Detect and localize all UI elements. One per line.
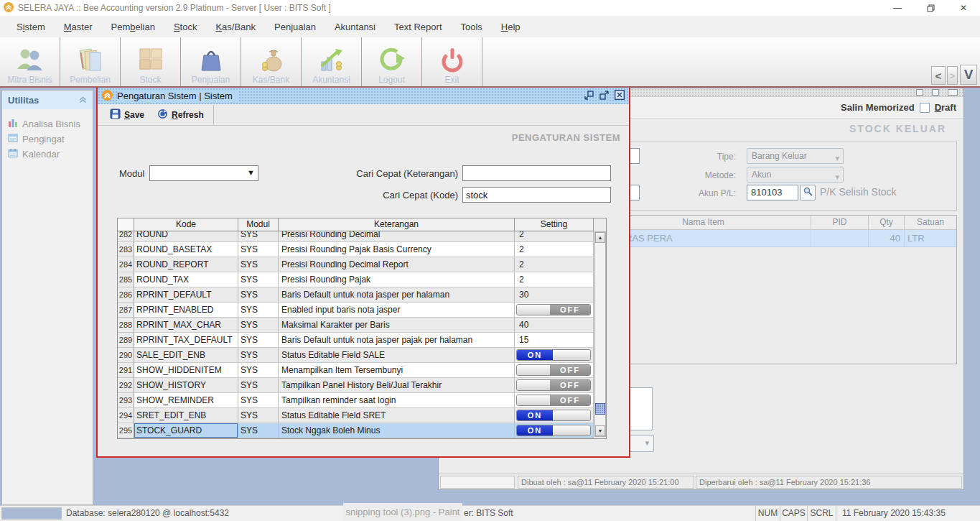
settings-row-287[interactable]: 287RPRINT_ENABLEDSYSEnabled input baris … (118, 303, 594, 318)
setting-value-cell[interactable]: OFF (515, 393, 594, 408)
close-button[interactable]: ✕ (947, 0, 980, 16)
setting-kode-cell[interactable]: RPRINT_TAX_DEFAULT (134, 333, 238, 348)
toggle-off[interactable]: OFF (516, 395, 591, 406)
setting-kode-cell[interactable]: RPRINT_MAX_CHAR (134, 318, 238, 333)
refresh-button[interactable]: Refresh (151, 106, 210, 124)
tipe-combo[interactable]: Barang Keluar▾ (747, 148, 844, 164)
setting-value-cell[interactable]: OFF (515, 363, 594, 378)
settings-row-282[interactable]: 282ROUNDSYSPresisi Rounding Decimal2 (118, 231, 594, 242)
toolbar-button-akuntansi[interactable]: Akuntansi (302, 37, 362, 86)
sidebar-item-pengingat[interactable]: Pengingat (2, 132, 93, 147)
toggle-off[interactable]: OFF (516, 379, 591, 391)
settings-row-292[interactable]: 292SHOW_HISTORYSYSTampilkan Panel Histor… (118, 378, 594, 393)
setting-kode-cell[interactable]: ROUND_BASETAX (134, 242, 238, 257)
setting-kode-cell[interactable]: STOCK_GUARD (134, 423, 238, 438)
nav-back-button[interactable]: < (931, 66, 946, 85)
menu-item-text-report[interactable]: Text Report (385, 22, 451, 32)
settings-row-289[interactable]: 289RPRINT_TAX_DEFAULTSYSBaris Default un… (118, 333, 594, 348)
setting-kode-cell[interactable]: SHOW_REMINDER (134, 393, 238, 408)
settings-row-294[interactable]: 294SRET_EDIT_ENBSYSStatus Editable Field… (118, 408, 594, 423)
modul-combo[interactable]: ▼ (149, 165, 258, 181)
toggle-on[interactable]: ON (516, 425, 591, 436)
toolbar-button-kas-bank[interactable]: Kas/Bank (241, 37, 302, 86)
setting-kode-cell[interactable]: SRET_EDIT_ENB (134, 408, 238, 423)
settings-row-290[interactable]: 290SALE_EDIT_ENBSYSStatus Editable Field… (118, 348, 594, 363)
dialog-detach-icon[interactable] (584, 91, 594, 102)
menu-item-akuntansi[interactable]: Akuntansi (325, 22, 385, 32)
setting-kode-cell[interactable]: SHOW_HIDDENITEM (134, 363, 238, 378)
setting-kode-cell[interactable]: RPRINT_DEFAULT (134, 287, 238, 303)
setting-kode-cell[interactable]: SALE_EDIT_ENB (134, 348, 238, 363)
toolbar-button-pembelian[interactable]: Pembelian (60, 37, 121, 86)
setting-value-cell[interactable]: 2 (515, 257, 594, 272)
setting-value-cell[interactable]: ON (515, 423, 594, 438)
collapse-chevron-icon[interactable] (79, 95, 87, 106)
setting-value-cell[interactable]: 30 (515, 287, 594, 303)
setting-value-cell[interactable]: 2 (515, 231, 594, 242)
scroll-up-button[interactable]: ▲ (595, 232, 605, 243)
sidebar-item-analisa-bisnis[interactable]: Analisa Bisnis (2, 116, 93, 132)
child-minimize-icon[interactable] (916, 89, 923, 96)
dialog-maximize-icon[interactable] (599, 91, 609, 102)
settings-row-284[interactable]: 284ROUND_REPORTSYSPresisi Rounding Decim… (118, 257, 594, 272)
setting-value-cell[interactable]: ON (515, 408, 594, 423)
vertical-scrollbar[interactable]: ▲ ▼ (594, 231, 606, 437)
draft-checkbox[interactable] (920, 103, 930, 113)
akun-lookup-button[interactable] (800, 185, 816, 200)
setting-kode-cell[interactable]: SHOW_HISTORY (134, 378, 238, 393)
child-restore-icon[interactable] (932, 89, 939, 96)
menu-item-tools[interactable]: Tools (452, 22, 492, 32)
menu-item-pembelian[interactable]: Pembelian (101, 22, 164, 32)
scrollbar-thumb[interactable] (595, 403, 605, 415)
toggle-on[interactable]: ON (516, 410, 591, 421)
menu-item-sistem[interactable]: Sistem (7, 22, 55, 32)
setting-value-cell[interactable]: 2 (515, 272, 594, 287)
child-maximize-icon[interactable] (948, 89, 958, 96)
setting-kode-cell[interactable]: ROUND (134, 231, 238, 242)
column-header-rownum[interactable] (118, 218, 134, 231)
settings-row-283[interactable]: 283ROUND_BASETAXSYSPresisi Rounding Paja… (118, 242, 594, 257)
toolbar-button-exit[interactable]: Exit (422, 37, 482, 86)
settings-row-293[interactable]: 293SHOW_REMINDERSYSTampilkan reminder sa… (118, 393, 594, 408)
setting-value-cell[interactable]: OFF (515, 378, 594, 393)
toolbar-button-stock[interactable]: Stock (121, 37, 181, 86)
akun-pl-input[interactable]: 810103 (747, 185, 798, 200)
column-header-modul[interactable]: Modul (238, 218, 279, 231)
setting-kode-cell[interactable]: ROUND_REPORT (134, 257, 238, 272)
nav-forward-button[interactable]: > (947, 66, 958, 85)
dialog-close-icon[interactable] (615, 90, 625, 102)
setting-kode-cell[interactable]: RPRINT_ENABLED (134, 303, 238, 318)
settings-row-286[interactable]: 286RPRINT_DEFAULTSYSBaris Default untuk … (118, 287, 594, 303)
menu-item-master[interactable]: Master (55, 22, 102, 32)
sidebar-header[interactable]: Utilitas (2, 91, 93, 109)
toolbar-button-penjualan[interactable]: Penjualan (181, 37, 241, 86)
save-button[interactable]: Save (103, 106, 151, 124)
setting-value-cell[interactable]: OFF (515, 303, 594, 318)
setting-value-cell[interactable]: 40 (515, 318, 594, 333)
toggle-off[interactable]: OFF (516, 364, 591, 376)
sidebar-item-kalendar[interactable]: Kalendar (2, 147, 93, 162)
settings-row-288[interactable]: 288RPRINT_MAX_CHARSYSMaksimal Karakter p… (118, 318, 594, 333)
settings-row-295[interactable]: 295STOCK_GUARDSYSStock Nggak Boleh Minus… (118, 423, 594, 438)
column-header-kode[interactable]: Kode (134, 218, 238, 231)
toolbar-button-logout[interactable]: Logout (362, 37, 422, 86)
setting-kode-cell[interactable]: ROUND_TAX (134, 272, 238, 287)
menu-item-kas-bank[interactable]: Kas/Bank (206, 22, 265, 32)
nav-memo-button[interactable]: V (960, 65, 977, 85)
toggle-on[interactable]: ON (516, 349, 591, 361)
settings-row-291[interactable]: 291SHOW_HIDDENITEMSYSMenampilkan Item Te… (118, 363, 594, 378)
column-header-qty[interactable]: Qty (869, 216, 905, 229)
column-header-keterangan[interactable]: Keterangan (279, 218, 515, 231)
column-header-pid[interactable]: PID (811, 216, 869, 229)
setting-value-cell[interactable]: 15 (515, 333, 594, 348)
restore-button[interactable] (914, 0, 947, 16)
metode-combo[interactable]: Akun▾ (747, 167, 844, 183)
dialog-title-bar[interactable]: Pengaturan Sistem | Sistem (98, 88, 629, 104)
scroll-down-button[interactable]: ▼ (595, 425, 605, 436)
setting-value-cell[interactable]: ON (515, 348, 594, 363)
menu-item-help[interactable]: Help (492, 22, 530, 32)
toolbar-button-mitra-bisnis[interactable]: Mitra Bisnis (0, 37, 60, 86)
setting-value-cell[interactable]: 2 (515, 242, 594, 257)
minimize-button[interactable]: — (881, 0, 914, 16)
settings-row-285[interactable]: 285ROUND_TAXSYSPresisi Rounding Pajak2 (118, 272, 594, 287)
